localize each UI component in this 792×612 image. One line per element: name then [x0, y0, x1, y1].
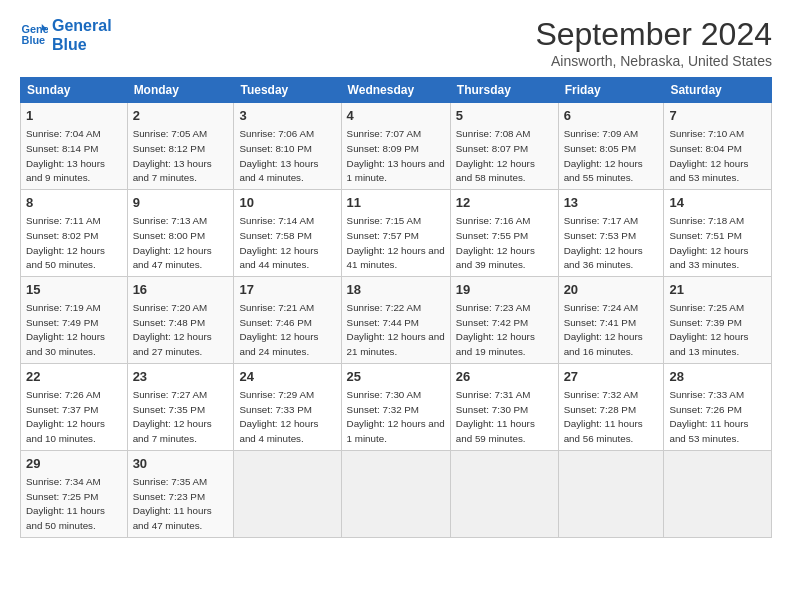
day-of-week-header: Saturday [664, 78, 772, 103]
cell-info: Sunrise: 7:17 AMSunset: 7:53 PMDaylight:… [564, 215, 643, 270]
day-number: 26 [456, 368, 553, 386]
day-of-week-header: Sunday [21, 78, 128, 103]
day-number: 25 [347, 368, 445, 386]
cell-info: Sunrise: 7:23 AMSunset: 7:42 PMDaylight:… [456, 302, 535, 357]
day-number: 6 [564, 107, 659, 125]
cell-info: Sunrise: 7:11 AMSunset: 8:02 PMDaylight:… [26, 215, 105, 270]
calendar-week-row: 29 Sunrise: 7:34 AMSunset: 7:25 PMDaylig… [21, 450, 772, 537]
cell-info: Sunrise: 7:10 AMSunset: 8:04 PMDaylight:… [669, 128, 748, 183]
calendar-week-row: 8 Sunrise: 7:11 AMSunset: 8:02 PMDayligh… [21, 189, 772, 276]
day-number: 11 [347, 194, 445, 212]
calendar-cell: 10 Sunrise: 7:14 AMSunset: 7:58 PMDaylig… [234, 189, 341, 276]
calendar-cell [234, 450, 341, 537]
calendar-cell: 17 Sunrise: 7:21 AMSunset: 7:46 PMDaylig… [234, 276, 341, 363]
day-number: 3 [239, 107, 335, 125]
cell-info: Sunrise: 7:34 AMSunset: 7:25 PMDaylight:… [26, 476, 105, 531]
calendar-cell: 23 Sunrise: 7:27 AMSunset: 7:35 PMDaylig… [127, 363, 234, 450]
day-number: 16 [133, 281, 229, 299]
calendar-cell: 24 Sunrise: 7:29 AMSunset: 7:33 PMDaylig… [234, 363, 341, 450]
calendar-cell: 2 Sunrise: 7:05 AMSunset: 8:12 PMDayligh… [127, 103, 234, 190]
calendar-table: SundayMondayTuesdayWednesdayThursdayFrid… [20, 77, 772, 538]
cell-info: Sunrise: 7:18 AMSunset: 7:51 PMDaylight:… [669, 215, 748, 270]
day-number: 15 [26, 281, 122, 299]
logo-general: General [52, 16, 112, 35]
calendar-cell: 27 Sunrise: 7:32 AMSunset: 7:28 PMDaylig… [558, 363, 664, 450]
cell-info: Sunrise: 7:29 AMSunset: 7:33 PMDaylight:… [239, 389, 318, 444]
calendar-cell: 25 Sunrise: 7:30 AMSunset: 7:32 PMDaylig… [341, 363, 450, 450]
day-of-week-header: Tuesday [234, 78, 341, 103]
cell-info: Sunrise: 7:08 AMSunset: 8:07 PMDaylight:… [456, 128, 535, 183]
calendar-cell: 8 Sunrise: 7:11 AMSunset: 8:02 PMDayligh… [21, 189, 128, 276]
cell-info: Sunrise: 7:26 AMSunset: 7:37 PMDaylight:… [26, 389, 105, 444]
calendar-week-row: 1 Sunrise: 7:04 AMSunset: 8:14 PMDayligh… [21, 103, 772, 190]
cell-info: Sunrise: 7:27 AMSunset: 7:35 PMDaylight:… [133, 389, 212, 444]
day-number: 7 [669, 107, 766, 125]
cell-info: Sunrise: 7:15 AMSunset: 7:57 PMDaylight:… [347, 215, 445, 270]
cell-info: Sunrise: 7:21 AMSunset: 7:46 PMDaylight:… [239, 302, 318, 357]
svg-text:Blue: Blue [22, 35, 46, 47]
day-number: 18 [347, 281, 445, 299]
logo-blue: Blue [52, 35, 112, 54]
day-number: 29 [26, 455, 122, 473]
calendar-cell: 3 Sunrise: 7:06 AMSunset: 8:10 PMDayligh… [234, 103, 341, 190]
cell-info: Sunrise: 7:19 AMSunset: 7:49 PMDaylight:… [26, 302, 105, 357]
cell-info: Sunrise: 7:06 AMSunset: 8:10 PMDaylight:… [239, 128, 318, 183]
calendar-header-row: SundayMondayTuesdayWednesdayThursdayFrid… [21, 78, 772, 103]
title-block: September 2024 Ainsworth, Nebraska, Unit… [535, 16, 772, 69]
day-number: 9 [133, 194, 229, 212]
calendar-week-row: 15 Sunrise: 7:19 AMSunset: 7:49 PMDaylig… [21, 276, 772, 363]
day-number: 14 [669, 194, 766, 212]
calendar-cell [450, 450, 558, 537]
day-number: 4 [347, 107, 445, 125]
calendar-cell: 7 Sunrise: 7:10 AMSunset: 8:04 PMDayligh… [664, 103, 772, 190]
calendar-cell: 1 Sunrise: 7:04 AMSunset: 8:14 PMDayligh… [21, 103, 128, 190]
header: General Blue General Blue September 2024… [20, 16, 772, 69]
day-of-week-header: Wednesday [341, 78, 450, 103]
cell-info: Sunrise: 7:16 AMSunset: 7:55 PMDaylight:… [456, 215, 535, 270]
calendar-cell: 16 Sunrise: 7:20 AMSunset: 7:48 PMDaylig… [127, 276, 234, 363]
month-title: September 2024 [535, 16, 772, 53]
calendar-cell: 21 Sunrise: 7:25 AMSunset: 7:39 PMDaylig… [664, 276, 772, 363]
calendar-cell: 4 Sunrise: 7:07 AMSunset: 8:09 PMDayligh… [341, 103, 450, 190]
day-number: 28 [669, 368, 766, 386]
calendar-cell: 26 Sunrise: 7:31 AMSunset: 7:30 PMDaylig… [450, 363, 558, 450]
cell-info: Sunrise: 7:32 AMSunset: 7:28 PMDaylight:… [564, 389, 643, 444]
calendar-cell: 12 Sunrise: 7:16 AMSunset: 7:55 PMDaylig… [450, 189, 558, 276]
calendar-cell: 14 Sunrise: 7:18 AMSunset: 7:51 PMDaylig… [664, 189, 772, 276]
day-number: 21 [669, 281, 766, 299]
logo-icon: General Blue [20, 21, 48, 49]
day-of-week-header: Thursday [450, 78, 558, 103]
calendar-week-row: 22 Sunrise: 7:26 AMSunset: 7:37 PMDaylig… [21, 363, 772, 450]
cell-info: Sunrise: 7:05 AMSunset: 8:12 PMDaylight:… [133, 128, 212, 183]
calendar-cell: 11 Sunrise: 7:15 AMSunset: 7:57 PMDaylig… [341, 189, 450, 276]
cell-info: Sunrise: 7:35 AMSunset: 7:23 PMDaylight:… [133, 476, 212, 531]
calendar-cell: 28 Sunrise: 7:33 AMSunset: 7:26 PMDaylig… [664, 363, 772, 450]
calendar-cell: 15 Sunrise: 7:19 AMSunset: 7:49 PMDaylig… [21, 276, 128, 363]
cell-info: Sunrise: 7:33 AMSunset: 7:26 PMDaylight:… [669, 389, 748, 444]
day-number: 1 [26, 107, 122, 125]
day-number: 12 [456, 194, 553, 212]
calendar-cell: 20 Sunrise: 7:24 AMSunset: 7:41 PMDaylig… [558, 276, 664, 363]
calendar-cell: 30 Sunrise: 7:35 AMSunset: 7:23 PMDaylig… [127, 450, 234, 537]
day-number: 2 [133, 107, 229, 125]
day-number: 8 [26, 194, 122, 212]
cell-info: Sunrise: 7:14 AMSunset: 7:58 PMDaylight:… [239, 215, 318, 270]
day-number: 23 [133, 368, 229, 386]
calendar-cell [664, 450, 772, 537]
cell-info: Sunrise: 7:04 AMSunset: 8:14 PMDaylight:… [26, 128, 105, 183]
cell-info: Sunrise: 7:30 AMSunset: 7:32 PMDaylight:… [347, 389, 445, 444]
calendar-cell: 19 Sunrise: 7:23 AMSunset: 7:42 PMDaylig… [450, 276, 558, 363]
cell-info: Sunrise: 7:09 AMSunset: 8:05 PMDaylight:… [564, 128, 643, 183]
day-number: 19 [456, 281, 553, 299]
cell-info: Sunrise: 7:20 AMSunset: 7:48 PMDaylight:… [133, 302, 212, 357]
day-number: 5 [456, 107, 553, 125]
cell-info: Sunrise: 7:22 AMSunset: 7:44 PMDaylight:… [347, 302, 445, 357]
day-of-week-header: Monday [127, 78, 234, 103]
page: General Blue General Blue September 2024… [0, 0, 792, 612]
day-number: 13 [564, 194, 659, 212]
day-number: 24 [239, 368, 335, 386]
day-number: 10 [239, 194, 335, 212]
location: Ainsworth, Nebraska, United States [535, 53, 772, 69]
calendar-cell: 18 Sunrise: 7:22 AMSunset: 7:44 PMDaylig… [341, 276, 450, 363]
calendar-cell: 29 Sunrise: 7:34 AMSunset: 7:25 PMDaylig… [21, 450, 128, 537]
